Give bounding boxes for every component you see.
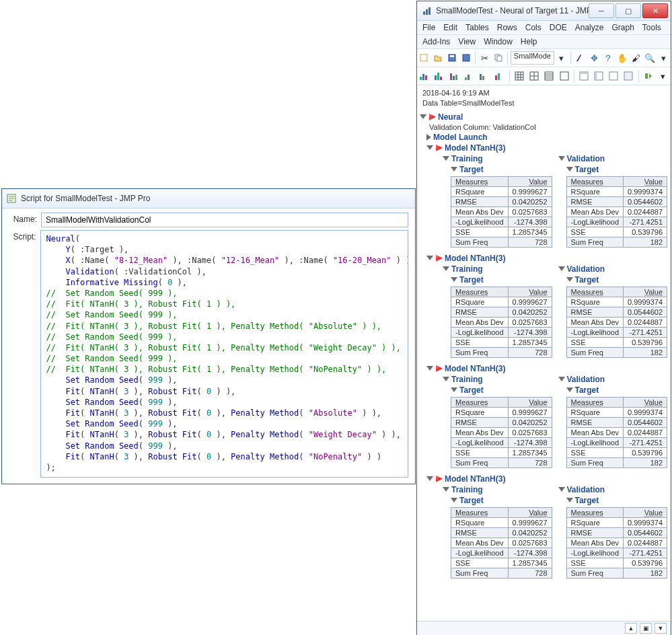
script-titlebar[interactable]: Script for SmallModelTest - JMP Pro (2, 189, 415, 209)
hotspot-icon[interactable] (436, 476, 443, 482)
menu-rows[interactable]: Rows (497, 23, 517, 32)
hand-icon[interactable]: ✋ (615, 50, 628, 66)
model-node[interactable]: Model NTanH(3) (426, 363, 669, 374)
model-node[interactable]: Model NTanH(3) (426, 253, 669, 264)
status-box-icon[interactable]: ▣ (640, 623, 652, 634)
model-launch-node[interactable]: Model Launch (426, 132, 669, 143)
target-node[interactable]: Target (566, 164, 670, 175)
disclosure-icon[interactable] (558, 377, 565, 381)
new-icon[interactable] (418, 50, 431, 66)
disclosure-icon[interactable] (426, 134, 431, 141)
disclosure-icon[interactable] (426, 256, 433, 260)
menu-edit[interactable]: Edit (443, 23, 457, 32)
disclosure-icon[interactable] (426, 476, 433, 481)
disclosure-icon[interactable] (451, 167, 457, 172)
menu-help[interactable]: Help (521, 37, 537, 46)
save-icon[interactable] (445, 50, 458, 66)
dropdown-icon[interactable]: ▾ (556, 50, 568, 66)
menu-cols[interactable]: Cols (525, 23, 542, 32)
more2-icon[interactable]: ▾ (657, 68, 670, 84)
disclosure-icon[interactable] (566, 277, 573, 282)
brush-icon[interactable]: 🖌 (630, 50, 642, 66)
minimize-button[interactable]: ─ (589, 3, 614, 18)
validation-node[interactable]: Validation (558, 374, 670, 385)
hotspot-icon[interactable] (436, 365, 443, 372)
validation-node[interactable]: Validation (558, 264, 670, 274)
chart3-icon[interactable] (448, 68, 461, 84)
disclosure-icon[interactable] (426, 366, 433, 371)
script-editor[interactable]: Neural( Y( :Target ), X( :Name( "8-12_Me… (40, 230, 409, 478)
training-node[interactable]: Training (443, 484, 554, 495)
maximize-button[interactable]: ▢ (615, 3, 641, 18)
menu-graph[interactable]: Graph (611, 23, 634, 32)
table2-icon[interactable] (592, 68, 605, 84)
disclosure-icon[interactable] (443, 266, 449, 271)
run-icon[interactable] (641, 68, 655, 84)
copy-icon[interactable] (492, 50, 505, 66)
chart5-icon[interactable] (478, 68, 491, 84)
neural-node[interactable]: Neural (420, 112, 669, 122)
zoom-icon[interactable]: 🔍 (644, 50, 657, 66)
disclosure-icon[interactable] (426, 145, 433, 150)
chart1-icon[interactable] (418, 68, 431, 84)
model-node[interactable]: Model NTanH(3) (426, 474, 669, 484)
save-as-icon[interactable] (459, 50, 472, 66)
table3-icon[interactable] (607, 68, 620, 84)
chart6-icon[interactable] (492, 68, 506, 84)
name-input[interactable] (41, 213, 408, 227)
grid1-icon[interactable] (513, 68, 526, 84)
disclosure-icon[interactable] (443, 487, 449, 492)
disclosure-icon[interactable] (558, 487, 565, 492)
cut-icon[interactable]: ✂ (478, 50, 491, 66)
training-node[interactable]: Training (443, 264, 554, 274)
arrow-icon[interactable] (574, 50, 587, 66)
target-node[interactable]: Target (451, 274, 554, 285)
report-titlebar[interactable]: SmallModelTest - Neural of Target 11 - J… (417, 1, 671, 21)
menu-file[interactable]: File (422, 23, 435, 32)
training-node[interactable]: Training (443, 153, 554, 164)
target-node[interactable]: Target (566, 385, 670, 396)
table1-icon[interactable] (576, 68, 590, 84)
grid4-icon[interactable] (557, 68, 570, 84)
target-node[interactable]: Target (566, 495, 670, 506)
close-button[interactable]: ✕ (642, 3, 668, 18)
toolbar-textbox[interactable]: SmallMode (511, 51, 554, 65)
disclosure-icon[interactable] (566, 387, 573, 392)
disclosure-icon[interactable] (451, 277, 457, 282)
move-icon[interactable]: ✥ (588, 50, 601, 66)
validation-node[interactable]: Validation (558, 153, 670, 164)
help-icon[interactable]: ? (601, 50, 614, 66)
table4-icon[interactable] (622, 68, 635, 84)
menu-tables[interactable]: Tables (465, 23, 489, 32)
menu-doe[interactable]: DOE (550, 23, 567, 32)
menu-add-ins[interactable]: Add-Ins (422, 37, 450, 46)
more-icon[interactable]: ▾ (657, 50, 670, 66)
chart2-icon[interactable] (433, 68, 446, 84)
disclosure-icon[interactable] (443, 156, 449, 161)
disclosure-icon[interactable] (566, 498, 573, 502)
disclosure-icon[interactable] (420, 114, 426, 119)
target-node[interactable]: Target (451, 164, 554, 175)
disclosure-icon[interactable] (451, 498, 457, 502)
disclosure-icon[interactable] (558, 266, 565, 271)
disclosure-icon[interactable] (443, 377, 449, 381)
status-up-icon[interactable]: ▲ (625, 623, 637, 634)
menu-window[interactable]: Window (484, 37, 513, 46)
grid2-icon[interactable] (527, 68, 541, 84)
menu-tools[interactable]: Tools (642, 23, 661, 32)
hotspot-icon[interactable] (429, 114, 436, 120)
target-node[interactable]: Target (566, 274, 670, 285)
open-icon[interactable] (432, 50, 445, 66)
disclosure-icon[interactable] (558, 156, 565, 161)
training-node[interactable]: Training (443, 374, 554, 385)
chart4-icon[interactable] (463, 68, 476, 84)
target-node[interactable]: Target (451, 495, 554, 506)
model-node[interactable]: Model NTanH(3) (426, 143, 669, 153)
disclosure-icon[interactable] (451, 387, 457, 392)
validation-node[interactable]: Validation (558, 484, 670, 495)
target-node[interactable]: Target (451, 385, 554, 396)
hotspot-icon[interactable] (436, 145, 443, 151)
status-down-icon[interactable]: ▼ (655, 623, 667, 634)
menu-analyze[interactable]: Analyze (575, 23, 604, 32)
hotspot-icon[interactable] (436, 255, 443, 262)
